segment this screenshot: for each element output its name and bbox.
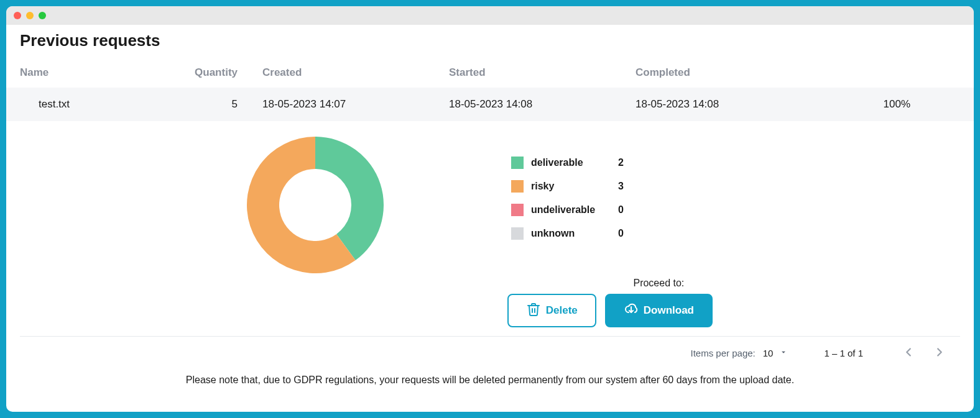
legend-value: 2: [618, 157, 637, 168]
window-titlebar: [6, 6, 974, 25]
content-area: Previous requests Name Quantity Created …: [6, 25, 974, 412]
chevron-right-icon: [933, 352, 946, 361]
chevron-down-icon: [779, 348, 788, 358]
legend-value: 3: [618, 181, 637, 192]
proceed-label: Proceed to:: [633, 278, 684, 289]
col-completed: Completed: [636, 66, 822, 79]
page-title: Previous requests: [6, 31, 974, 58]
pagination-bar: Items per page: 10 1 – 1 of 1: [6, 337, 974, 366]
trash-icon: [526, 302, 541, 320]
chart-legend: deliverable2risky3undeliverable0unknown0: [511, 151, 637, 276]
col-name: Name: [20, 66, 163, 79]
page-range: 1 – 1 of 1: [824, 348, 863, 358]
items-per-page-select[interactable]: 10: [763, 348, 788, 358]
col-started: Started: [449, 66, 636, 79]
window-maximize-icon[interactable]: [39, 12, 46, 19]
window-minimize-icon[interactable]: [26, 12, 34, 19]
legend-swatch: [511, 180, 524, 193]
table-header-row: Name Quantity Created Started Completed: [6, 58, 974, 88]
cell-name: test.txt: [20, 98, 163, 111]
col-created: Created: [262, 66, 449, 79]
download-button[interactable]: Download: [605, 294, 713, 327]
prev-page-button[interactable]: [899, 343, 918, 363]
cell-completed: 18-05-2023 14:08: [636, 98, 822, 111]
row-details: deliverable2risky3undeliverable0unknown0: [6, 121, 974, 276]
delete-button[interactable]: Delete: [507, 294, 596, 327]
legend-label: risky: [531, 181, 612, 192]
legend-swatch: [511, 157, 524, 169]
legend-item: risky3: [511, 175, 637, 198]
delete-button-label: Delete: [546, 304, 578, 317]
requests-table: Name Quantity Created Started Completed …: [6, 58, 974, 121]
donut-chart: [244, 134, 387, 276]
actions-row: Delete Proceed to: Download: [6, 276, 974, 334]
legend-label: undeliverable: [531, 204, 612, 216]
legend-label: unknown: [531, 228, 612, 239]
download-button-label: Download: [644, 304, 694, 317]
legend-swatch: [511, 204, 524, 216]
legend-item: undeliverable0: [511, 198, 637, 222]
app-window: Previous requests Name Quantity Created …: [6, 6, 974, 412]
legend-label: deliverable: [531, 157, 612, 168]
cell-percent: 100%: [822, 98, 960, 111]
legend-value: 0: [618, 204, 637, 216]
cloud-download-icon: [624, 302, 639, 320]
legend-swatch: [511, 227, 524, 240]
items-per-page-value: 10: [763, 348, 774, 358]
next-page-button[interactable]: [930, 343, 949, 363]
cell-started: 18-05-2023 14:08: [449, 98, 636, 111]
legend-value: 0: [618, 228, 637, 239]
cell-quantity: 5: [163, 98, 262, 111]
col-quantity: Quantity: [163, 66, 262, 79]
legend-item: unknown0: [511, 222, 637, 245]
items-per-page: Items per page: 10: [691, 348, 788, 358]
chevron-left-icon: [902, 352, 915, 361]
window-close-icon[interactable]: [14, 12, 21, 19]
table-row[interactable]: test.txt 5 18-05-2023 14:07 18-05-2023 1…: [6, 88, 974, 121]
gdpr-footnote: Please note that, due to GDPR regulation…: [6, 366, 974, 391]
legend-item: deliverable2: [511, 151, 637, 175]
cell-created: 18-05-2023 14:07: [262, 98, 449, 111]
items-per-page-label: Items per page:: [691, 348, 756, 358]
